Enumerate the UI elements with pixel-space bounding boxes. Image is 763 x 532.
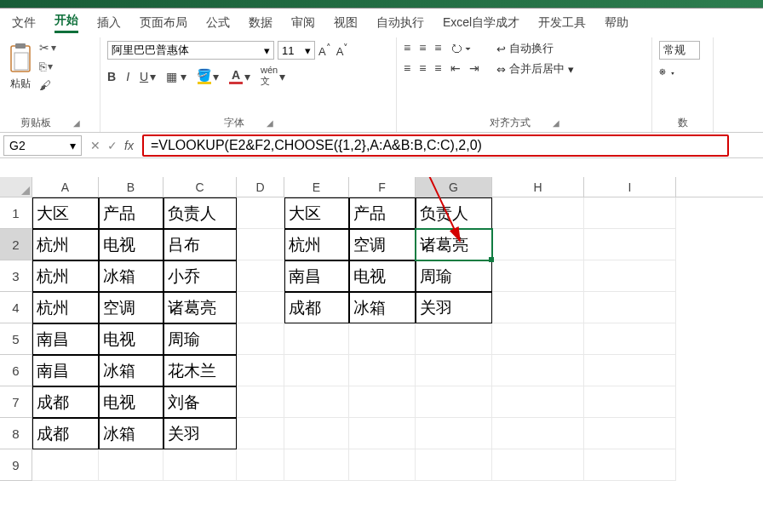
col-header[interactable]: E xyxy=(284,177,349,197)
col-header[interactable]: H xyxy=(492,177,584,197)
cell[interactable]: 吕布 xyxy=(164,229,237,260)
cell[interactable] xyxy=(416,323,492,355)
col-header[interactable]: A xyxy=(32,177,99,197)
accept-formula-button[interactable]: ✓ xyxy=(107,139,118,152)
cell[interactable]: 诸葛亮 xyxy=(164,292,237,323)
cell[interactable] xyxy=(584,386,676,418)
cell[interactable] xyxy=(492,197,584,229)
cell[interactable]: 电视 xyxy=(99,323,164,355)
cell[interactable]: 电视 xyxy=(99,229,164,260)
cell[interactable] xyxy=(584,323,676,355)
tab-dev[interactable]: 开发工具 xyxy=(538,15,586,31)
cell[interactable] xyxy=(492,260,584,292)
cell[interactable] xyxy=(584,197,676,229)
cell[interactable]: 负责人 xyxy=(164,197,237,229)
cell[interactable] xyxy=(237,449,284,481)
col-header[interactable]: B xyxy=(99,177,164,197)
cell[interactable]: 空调 xyxy=(99,292,164,323)
cell[interactable] xyxy=(237,418,284,449)
cell[interactable]: 南昌 xyxy=(32,355,99,386)
row-header[interactable]: 7 xyxy=(0,386,32,418)
cell[interactable] xyxy=(584,449,676,481)
col-header[interactable]: F xyxy=(349,177,416,197)
align-bottom-button[interactable]: ≡ xyxy=(434,41,441,54)
row-header[interactable]: 9 xyxy=(0,449,32,481)
format-painter-button[interactable]: 🖌 xyxy=(39,78,56,92)
cell[interactable] xyxy=(284,323,349,355)
cancel-formula-button[interactable]: ✕ xyxy=(90,139,100,152)
col-header[interactable]: D xyxy=(237,177,284,197)
cell[interactable]: 产品 xyxy=(349,197,416,229)
indent-increase-button[interactable]: ⇥ xyxy=(469,61,479,75)
cell[interactable] xyxy=(584,355,676,386)
font-name-select[interactable]: 阿里巴巴普惠体▾ xyxy=(107,41,274,60)
copy-button[interactable]: ⎘ ▾ xyxy=(39,60,56,73)
active-cell[interactable]: 诸葛亮 xyxy=(416,229,492,260)
cell[interactable]: 成都 xyxy=(32,418,99,449)
cut-button[interactable]: ✂ ▾ xyxy=(39,41,56,54)
cell[interactable] xyxy=(584,260,676,292)
cell[interactable] xyxy=(284,449,349,481)
cell[interactable]: 电视 xyxy=(349,260,416,292)
cell[interactable] xyxy=(349,449,416,481)
cell[interactable] xyxy=(237,229,284,260)
cell[interactable] xyxy=(237,197,284,229)
cell[interactable] xyxy=(492,229,584,260)
row-header[interactable]: 3 xyxy=(0,260,32,292)
cell[interactable] xyxy=(32,449,99,481)
tab-formulas[interactable]: 公式 xyxy=(206,15,230,31)
cell[interactable]: 大区 xyxy=(284,197,349,229)
cell[interactable] xyxy=(584,292,676,323)
bold-button[interactable]: B xyxy=(107,70,116,83)
cell[interactable] xyxy=(237,292,284,323)
cell[interactable] xyxy=(584,418,676,449)
cell[interactable] xyxy=(492,355,584,386)
border-button[interactable]: ▦ ▾ xyxy=(166,70,186,83)
cell[interactable] xyxy=(349,323,416,355)
cell[interactable] xyxy=(492,449,584,481)
tab-custom[interactable]: Excel自学成才 xyxy=(443,15,519,31)
cell[interactable]: 南昌 xyxy=(284,260,349,292)
cell[interactable]: 刘备 xyxy=(164,386,237,418)
cell[interactable] xyxy=(237,260,284,292)
row-header[interactable]: 2 xyxy=(0,229,32,260)
align-launcher-icon[interactable]: ◢ xyxy=(553,118,559,128)
cell[interactable] xyxy=(416,418,492,449)
cell[interactable] xyxy=(492,323,584,355)
cell[interactable]: 负责人 xyxy=(416,197,492,229)
align-right-button[interactable]: ≡ xyxy=(434,61,441,75)
cell[interactable] xyxy=(349,418,416,449)
tab-data[interactable]: 数据 xyxy=(249,15,272,31)
tab-file[interactable]: 文件 xyxy=(12,15,36,31)
cell[interactable]: 杭州 xyxy=(284,229,349,260)
cell[interactable] xyxy=(416,355,492,386)
tab-view[interactable]: 视图 xyxy=(334,15,358,31)
grow-font-button[interactable]: A˄ xyxy=(318,43,331,58)
cell[interactable]: 大区 xyxy=(32,197,99,229)
cell[interactable] xyxy=(284,386,349,418)
font-size-select[interactable]: 11▾ xyxy=(278,41,315,60)
cell[interactable]: 电视 xyxy=(99,386,164,418)
orientation-button[interactable]: ⭮ ▾ xyxy=(450,41,472,54)
underline-button[interactable]: U ▾ xyxy=(140,70,156,83)
tab-help[interactable]: 帮助 xyxy=(605,15,628,31)
cell[interactable]: 关羽 xyxy=(416,292,492,323)
cell[interactable]: 成都 xyxy=(32,386,99,418)
cell[interactable]: 杭州 xyxy=(32,229,99,260)
cell[interactable]: 冰箱 xyxy=(99,418,164,449)
merge-center-button[interactable]: ⇔合并后居中 ▾ xyxy=(496,61,574,77)
cell[interactable] xyxy=(349,355,416,386)
col-header[interactable]: I xyxy=(584,177,676,197)
fill-color-button[interactable]: 🪣 ▾ xyxy=(197,68,219,84)
cell[interactable] xyxy=(492,386,584,418)
clipboard-launcher-icon[interactable]: ◢ xyxy=(73,118,80,128)
cell[interactable] xyxy=(99,449,164,481)
worksheet-grid[interactable]: A B C D E F G H I 1 大区 产品 负责人 大区 产品 负责人 … xyxy=(0,177,763,481)
cell[interactable] xyxy=(349,386,416,418)
row-header[interactable]: 6 xyxy=(0,355,32,386)
align-left-button[interactable]: ≡ xyxy=(404,61,410,75)
row-header[interactable]: 8 xyxy=(0,418,32,449)
cell[interactable] xyxy=(416,449,492,481)
cell[interactable] xyxy=(237,323,284,355)
cell[interactable]: 关羽 xyxy=(164,418,237,449)
